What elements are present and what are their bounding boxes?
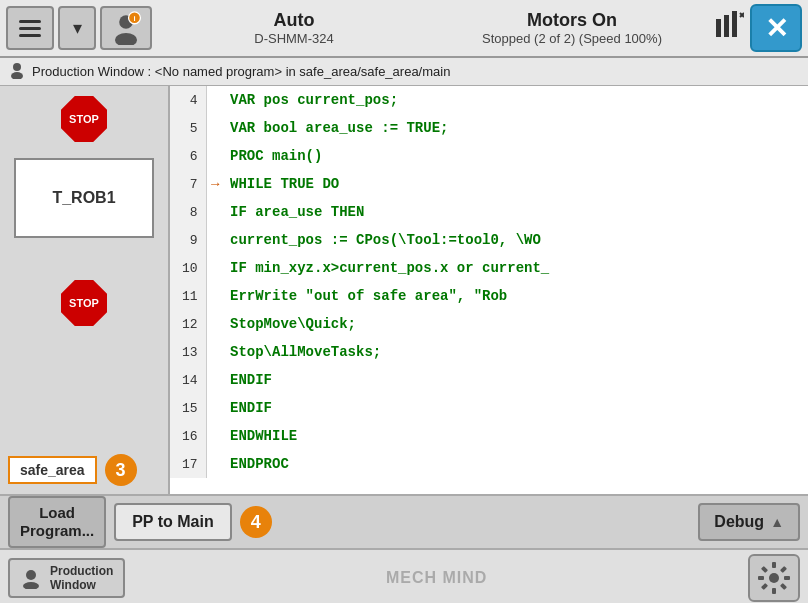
badge-3: 3: [105, 454, 137, 486]
production-window-button[interactable]: Production Window: [8, 558, 125, 599]
line-code: ENDPROC: [224, 450, 808, 478]
main-content: STOP T_ROB1 STOP safe_area 3 4 VAR pos c…: [0, 86, 808, 494]
svg-rect-20: [761, 583, 768, 590]
mechstand-text: MECH MIND: [386, 569, 487, 587]
svg-point-11: [26, 570, 36, 580]
svg-rect-6: [732, 11, 737, 37]
line-code: ENDIF: [224, 394, 808, 422]
motors-status: Motors On: [527, 10, 617, 31]
line-number: 16: [170, 422, 206, 450]
breadcrumb: Production Window : <No named program> i…: [0, 58, 808, 86]
svg-rect-4: [716, 19, 721, 37]
sidebar: STOP T_ROB1 STOP safe_area 3: [0, 86, 170, 494]
code-line: 10 IF min_xyz.x>current_pos.x or current…: [170, 254, 808, 282]
load-program-button[interactable]: LoadProgram...: [8, 496, 106, 548]
gear-button[interactable]: [748, 554, 800, 602]
line-number: 14: [170, 366, 206, 394]
line-number: 13: [170, 338, 206, 366]
line-code: current_pos := CPos(\Tool:=tool0, \WO: [224, 226, 808, 254]
production-window-icon: [20, 567, 42, 589]
line-arrow: [206, 282, 224, 310]
line-number: 5: [170, 114, 206, 142]
svg-point-10: [11, 72, 23, 79]
breadcrumb-user-icon: [8, 61, 26, 82]
debug-label: Debug: [714, 513, 764, 531]
safe-area-panel: safe_area 3: [0, 446, 168, 494]
code-line: 6PROC main(): [170, 142, 808, 170]
debug-arrow-icon: ▲: [770, 514, 784, 530]
svg-rect-16: [758, 576, 764, 580]
line-number: 17: [170, 450, 206, 478]
line-arrow: [206, 422, 224, 450]
user-icon: i: [109, 11, 143, 45]
hamburger-icon: [19, 20, 41, 37]
line-code: ENDWHILE: [224, 422, 808, 450]
code-area: 4 VAR pos current_pos;5 VAR bool area_us…: [170, 86, 808, 494]
safe-area-label[interactable]: safe_area: [8, 456, 97, 484]
line-number: 11: [170, 282, 206, 310]
code-line: 4 VAR pos current_pos;: [170, 86, 808, 114]
code-line: 7→ WHILE TRUE DO: [170, 170, 808, 198]
line-code: StopMove\Quick;: [224, 310, 808, 338]
robot-name: T_ROB1: [52, 189, 115, 207]
svg-rect-14: [772, 562, 776, 568]
signal-icon: [714, 11, 744, 45]
svg-rect-17: [784, 576, 790, 580]
line-arrow: [206, 394, 224, 422]
robot-panel: T_ROB1: [14, 158, 154, 238]
svg-point-9: [13, 63, 21, 71]
svg-rect-21: [780, 566, 787, 573]
line-code: IF min_xyz.x>current_pos.x or current_: [224, 254, 808, 282]
line-number: 9: [170, 226, 206, 254]
svg-point-12: [23, 582, 39, 589]
line-code: IF area_use THEN: [224, 198, 808, 226]
code-line: 9 current_pos := CPos(\Tool:=tool0, \WO: [170, 226, 808, 254]
status-bar: Production Window MECH MIND: [0, 548, 808, 603]
code-line: 12 StopMove\Quick;: [170, 310, 808, 338]
svg-text:i: i: [133, 14, 135, 23]
mode-info: Auto D-SHMM-324: [158, 10, 430, 46]
line-arrow: [206, 450, 224, 478]
line-arrow: [206, 226, 224, 254]
svg-rect-19: [780, 583, 787, 590]
line-code: Stop\AllMoveTasks;: [224, 338, 808, 366]
code-line: 14 ENDIF: [170, 366, 808, 394]
line-number: 8: [170, 198, 206, 226]
svg-rect-18: [761, 566, 768, 573]
code-line: 13 Stop\AllMoveTasks;: [170, 338, 808, 366]
mechstand-logo: MECH MIND: [386, 569, 487, 587]
line-arrow: [206, 310, 224, 338]
line-arrow: [206, 114, 224, 142]
badge-4: 4: [240, 506, 272, 538]
bottom-toolbar: LoadProgram... PP to Main 4 Debug ▲: [0, 494, 808, 548]
line-number: 4: [170, 86, 206, 114]
debug-button[interactable]: Debug ▲: [698, 503, 800, 541]
stop-sign-top: STOP: [61, 96, 107, 142]
svg-point-1: [115, 33, 137, 45]
code-line: 5 VAR bool area_use := TRUE;: [170, 114, 808, 142]
line-number: 7: [170, 170, 206, 198]
line-number: 6: [170, 142, 206, 170]
status-info: Motors On Stopped (2 of 2) (Speed 100%): [436, 10, 708, 46]
stopped-status: Stopped (2 of 2) (Speed 100%): [482, 31, 662, 46]
line-code: PROC main(): [224, 142, 808, 170]
line-code: VAR bool area_use := TRUE;: [224, 114, 808, 142]
production-window-label: Production Window: [50, 564, 113, 593]
line-arrow: [206, 198, 224, 226]
line-code: ErrWrite "out of safe area", "Rob: [224, 282, 808, 310]
svg-rect-5: [724, 15, 729, 37]
mode-label: Auto: [274, 10, 315, 31]
close-button[interactable]: ✕: [750, 4, 802, 52]
line-number: 10: [170, 254, 206, 282]
code-line: 11 ErrWrite "out of safe area", "Rob: [170, 282, 808, 310]
line-arrow: →: [206, 170, 224, 198]
line-arrow: [206, 254, 224, 282]
code-line: 16 ENDWHILE: [170, 422, 808, 450]
menu-button[interactable]: [6, 6, 54, 50]
line-code: VAR pos current_pos;: [224, 86, 808, 114]
user-button[interactable]: i: [100, 6, 152, 50]
chevron-button[interactable]: ▾: [58, 6, 96, 50]
pp-to-main-button[interactable]: PP to Main: [114, 503, 232, 541]
code-line: 15 ENDIF: [170, 394, 808, 422]
line-arrow: [206, 142, 224, 170]
